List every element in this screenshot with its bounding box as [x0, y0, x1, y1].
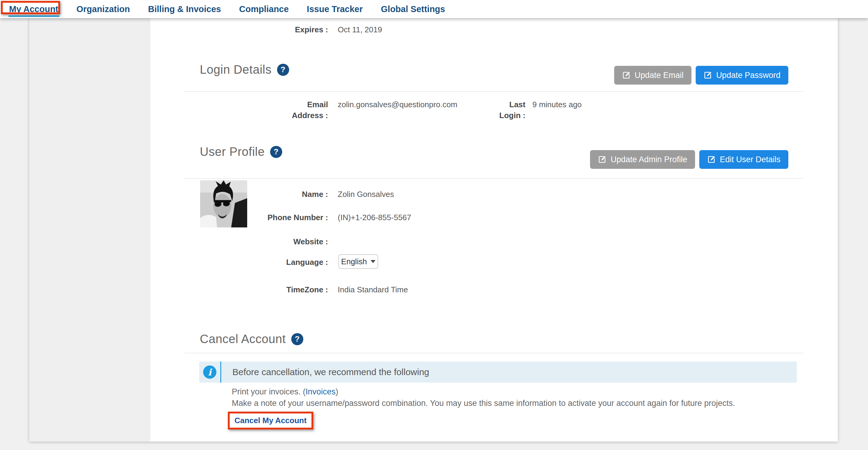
update-email-button[interactable]: Update Email: [614, 66, 691, 85]
website-label: Website :: [244, 236, 328, 247]
section-divider: [184, 178, 803, 179]
user-profile-heading: User Profile ?: [200, 145, 282, 158]
instruction-line-1: Print your invoices. (Invoices): [232, 386, 735, 397]
expires-value: Oct 11, 2019: [338, 24, 382, 35]
cancel-account-heading: Cancel Account ?: [200, 332, 303, 346]
caret-down-icon: [371, 260, 375, 263]
cancellation-info-banner: i Before cancellation, we recommend the …: [199, 361, 797, 383]
login-details-actions: Update Email Update Password: [614, 66, 788, 85]
phone-number-label: Phone Number :: [244, 212, 328, 223]
instruction-1-suffix: ): [336, 387, 338, 396]
last-login-label: Last Login :: [489, 99, 525, 121]
profile-photo: [200, 180, 247, 228]
email-address-label: Email Address :: [280, 99, 328, 121]
tab-organization[interactable]: Organization: [76, 4, 130, 14]
last-login-value: 9 minutes ago: [532, 99, 582, 110]
language-selected-value: English: [341, 257, 367, 266]
language-dropdown[interactable]: English: [338, 254, 378, 269]
phone-number-value: (IN)+1-206-855-5567: [338, 212, 411, 223]
edit-icon: [598, 155, 606, 164]
help-icon[interactable]: ?: [291, 333, 303, 345]
top-navigation: My Account Organization Billing & Invoic…: [0, 0, 868, 18]
email-address-value: zolin.gonsalves@questionpro.com: [338, 99, 457, 110]
login-details-title: Login Details: [200, 63, 272, 77]
update-admin-profile-button[interactable]: Update Admin Profile: [590, 150, 695, 169]
language-label: Language :: [244, 257, 328, 268]
active-tab-underline: [8, 16, 59, 17]
section-divider: [184, 91, 803, 92]
help-icon[interactable]: ?: [277, 64, 289, 76]
annotation-box-cancel-account: Cancel My Account: [228, 412, 313, 429]
help-icon[interactable]: ?: [270, 146, 282, 158]
update-password-button[interactable]: Update Password: [696, 66, 788, 85]
timezone-label: TimeZone :: [244, 284, 328, 295]
info-icon: i: [203, 365, 216, 379]
cancel-account-title: Cancel Account: [200, 332, 286, 346]
annotation-box-my-account: [1, 1, 60, 14]
update-email-label: Update Email: [635, 71, 684, 80]
user-profile-actions: Update Admin Profile Edit User Details: [590, 150, 788, 169]
name-label: Name :: [244, 189, 328, 200]
tab-compliance[interactable]: Compliance: [239, 4, 288, 14]
login-details-heading: Login Details ?: [200, 63, 289, 77]
expires-label: Expires :: [238, 24, 328, 35]
instruction-1-text: Print your invoices. (: [232, 387, 306, 396]
tab-global-settings[interactable]: Global Settings: [381, 4, 445, 14]
banner-separator: [220, 361, 221, 383]
user-profile-title: User Profile: [200, 145, 265, 158]
update-password-label: Update Password: [716, 71, 780, 80]
left-sidebar-panel: [29, 18, 150, 442]
cancel-my-account-link[interactable]: Cancel My Account: [235, 416, 307, 425]
tab-issue-tracker[interactable]: Issue Tracker: [307, 4, 363, 14]
settings-card: Expires : Oct 11, 2019 Login Details ? U…: [29, 18, 838, 442]
invoices-link[interactable]: Invoices: [306, 387, 336, 396]
banner-message: Before cancellation, we recommend the fo…: [232, 361, 429, 383]
edit-user-details-button[interactable]: Edit User Details: [699, 150, 788, 169]
timezone-value: India Standard Time: [338, 284, 408, 295]
cancellation-instructions: Print your invoices. (Invoices) Make a n…: [232, 386, 735, 409]
tab-billing-invoices[interactable]: Billing & Invoices: [148, 4, 221, 14]
name-value: Zolin Gonsalves: [338, 189, 394, 200]
section-divider: [184, 353, 803, 353]
edit-icon: [622, 71, 630, 80]
instruction-line-2: Make a note of your username/password co…: [232, 397, 735, 409]
update-admin-profile-label: Update Admin Profile: [611, 155, 687, 164]
edit-icon: [704, 71, 712, 80]
edit-icon: [707, 155, 716, 164]
edit-user-details-label: Edit User Details: [720, 155, 780, 164]
